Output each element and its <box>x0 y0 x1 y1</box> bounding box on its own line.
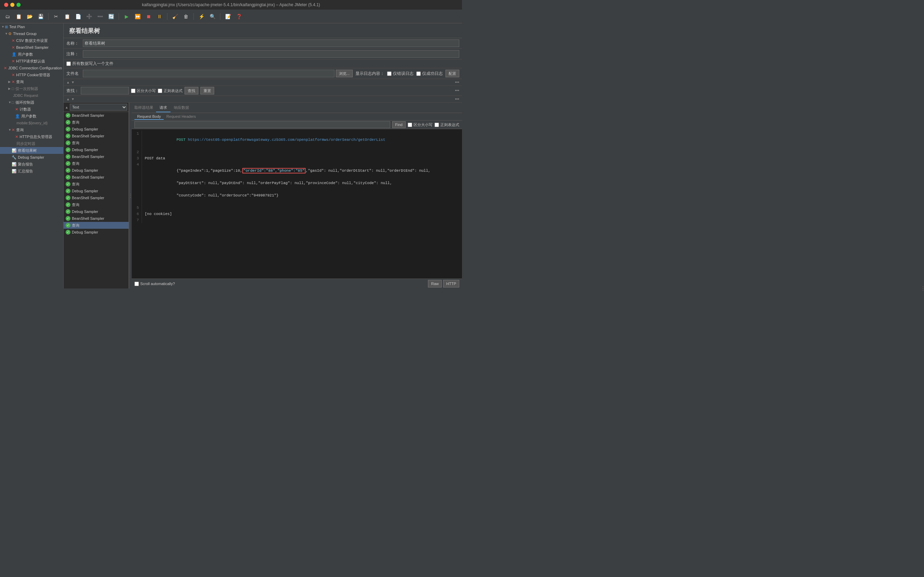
vertical-drag-handle[interactable] <box>129 103 132 288</box>
sampler-row-8[interactable]: ✓ Debug Sampler <box>64 167 129 174</box>
open-button[interactable]: 📂 <box>25 12 34 21</box>
sampler-row-0[interactable]: ✓ BeanShell Sampler <box>64 112 129 119</box>
new-button[interactable]: 🗂 <box>3 12 12 21</box>
save-button[interactable]: 💾 <box>36 12 45 21</box>
cut-button[interactable]: ✂ <box>51 12 61 21</box>
only-error-checkbox[interactable] <box>387 71 391 76</box>
sampler-row-4[interactable]: ✓ 查询 <box>64 139 129 146</box>
sampler-row-3[interactable]: ✓ BeanShell Sampler <box>64 132 129 139</box>
sampler-row-5[interactable]: ✓ Debug Sampler <box>64 146 129 153</box>
browse-button[interactable]: 浏览... <box>336 70 353 77</box>
tree-item-loop-ctrl[interactable]: ▼ □ 循环控制器 <box>0 99 63 106</box>
case-sensitive-label[interactable]: 区分大小写 <box>131 88 156 93</box>
sampler-row-13[interactable]: ✓ 查询 <box>64 201 129 208</box>
run-button[interactable]: ▶ <box>122 12 131 21</box>
tree-item-user-param1[interactable]: 👤 用户参数 <box>0 51 63 58</box>
sampler-row-9[interactable]: ✓ BeanShell Sampler <box>64 174 129 181</box>
find-regex-checkbox[interactable] <box>435 122 439 127</box>
templates-button[interactable]: 📋 <box>14 12 23 21</box>
down-arrow-2[interactable]: ▼ <box>71 97 74 101</box>
sub-tab-request-body[interactable]: Request Body <box>134 114 164 120</box>
maximize-button[interactable] <box>16 3 21 7</box>
run-no-pause-button[interactable]: ⏩ <box>133 12 142 21</box>
all-data-checkbox[interactable] <box>66 61 71 66</box>
search-input[interactable] <box>81 87 129 95</box>
find-bar-button[interactable]: Find <box>392 121 405 128</box>
sampler-dropdown[interactable]: Text <box>70 104 127 111</box>
sampler-row-14[interactable]: ✓ Debug Sampler <box>64 208 129 215</box>
sampler-up-arrow[interactable]: ▲ <box>65 105 68 109</box>
more-dots-2[interactable]: ••• <box>455 88 459 93</box>
find-case-checkbox[interactable] <box>408 122 412 127</box>
tree-item-jdbc[interactable]: ✕ JDBC Connection Configuration <box>0 64 63 71</box>
tree-item-query2[interactable]: ▼ ✕ 查询 <box>0 126 63 133</box>
sampler-row-15[interactable]: ✓ BeanShell Sampler <box>64 215 129 222</box>
sampler-row-12[interactable]: ✓ BeanShell Sampler <box>64 194 129 201</box>
only-error-label[interactable]: 仅错误日志 <box>387 71 414 77</box>
tab-request[interactable]: 请求 <box>156 104 171 112</box>
only-success-label[interactable]: 仅成功日志 <box>416 71 443 77</box>
tree-item-sync-timer[interactable]: 同步定时器 <box>0 140 63 147</box>
regex-label[interactable]: 正则表达式 <box>158 88 183 93</box>
help-button[interactable]: ❓ <box>234 12 244 21</box>
raw-button[interactable]: Raw <box>428 280 442 287</box>
tree-item-test-plan[interactable]: ▼ ⊞ Test Plan <box>0 23 63 30</box>
sampler-row-16[interactable]: ✓ 查询 <box>64 222 129 229</box>
up-arrow-2[interactable]: ▲ <box>66 97 70 101</box>
tree-item-result-tree[interactable]: 📊 察看结果树 <box>0 147 63 154</box>
collapse-button[interactable]: ➖ <box>95 12 105 21</box>
tree-item-csv[interactable]: ✕ CSV 数据文件设置 <box>0 37 63 44</box>
comment-input[interactable] <box>83 50 459 58</box>
copy-button[interactable]: 📋 <box>62 12 72 21</box>
more-dots-1[interactable]: ••• <box>455 80 459 85</box>
clear-button[interactable]: 🧹 <box>170 12 180 21</box>
down-arrow[interactable]: ▼ <box>71 81 74 84</box>
paste-button[interactable]: 📄 <box>73 12 83 21</box>
case-sensitive-checkbox[interactable] <box>131 89 136 93</box>
tree-item-agg-report[interactable]: 📊 聚合报告 <box>0 161 63 168</box>
tree-item-cookie[interactable]: ✕ HTTP Cookie管理器 <box>0 71 63 78</box>
sub-tab-request-headers[interactable]: Request Headers <box>164 114 199 120</box>
find-case-label[interactable]: 区分大小写 <box>408 122 433 127</box>
tree-item-once-ctrl[interactable]: ▶ □ 仅一次控制器 <box>0 85 63 92</box>
tab-response-data[interactable]: 响应数据 <box>171 104 192 112</box>
tree-item-counter[interactable]: ✕ 计数器 <box>0 106 63 113</box>
sampler-row-2[interactable]: ✓ Debug Sampler <box>64 126 129 132</box>
expand-button[interactable]: ➕ <box>84 12 94 21</box>
search-button[interactable]: 🔍 <box>208 12 217 21</box>
only-success-checkbox[interactable] <box>416 71 421 76</box>
tree-item-beanshell1[interactable]: ✕ BeanShell Sampler <box>0 44 63 51</box>
sampler-row-6[interactable]: ✓ BeanShell Sampler <box>64 153 129 160</box>
find-input[interactable] <box>134 121 390 128</box>
up-arrow[interactable]: ▲ <box>66 81 70 84</box>
minimize-button[interactable] <box>10 3 15 7</box>
code-area[interactable]: 1 POST https://test05-openplatformwsgate… <box>132 129 462 279</box>
find-regex-label[interactable]: 正则表达式 <box>435 122 459 127</box>
toggle-button[interactable]: 🔄 <box>106 12 116 21</box>
tree-item-summary[interactable]: 📊 汇总报告 <box>0 168 63 174</box>
window-controls[interactable] <box>4 3 21 7</box>
regex-checkbox[interactable] <box>158 89 162 93</box>
scroll-auto-checkbox[interactable] <box>134 282 139 286</box>
clear-all-button[interactable]: 🗑 <box>181 12 191 21</box>
config-button[interactable]: 配置 <box>446 70 459 77</box>
file-input[interactable] <box>83 70 334 77</box>
log-viewer-button[interactable]: 📝 <box>223 12 233 21</box>
all-data-label[interactable]: 所有数据写入一个文件 <box>66 61 113 67</box>
tree-item-jdbc-req[interactable]: JDBC Request <box>0 92 63 99</box>
scroll-auto-label[interactable]: Scroll automatically? <box>134 282 175 286</box>
tree-item-mobile[interactable]: mobile:${every_id} <box>0 119 63 126</box>
sampler-row-7[interactable]: ✓ 查询 <box>64 160 129 167</box>
sampler-row-11[interactable]: ✓ Debug Sampler <box>64 187 129 194</box>
tree-item-user-param2[interactable]: 👤 用户参数 <box>0 113 63 119</box>
tree-item-debug[interactable]: 🔧 Debug Sampler <box>0 154 63 161</box>
sampler-row-10[interactable]: ✓ 查询 <box>64 181 129 187</box>
stop-button[interactable]: ⏹ <box>144 12 153 21</box>
tree-item-query1[interactable]: ▶ ✕ 查询 <box>0 78 63 85</box>
tree-item-http-defaults[interactable]: ✕ HTTP请求默认值 <box>0 58 63 64</box>
tree-item-http-header[interactable]: ✕ HTTP信息头管理器 <box>0 133 63 140</box>
sampler-row-1[interactable]: ✓ 查询 <box>64 119 129 126</box>
find-button[interactable]: 查找 <box>184 87 198 95</box>
close-button[interactable] <box>4 3 8 7</box>
http-button[interactable]: HTTP <box>443 280 459 287</box>
